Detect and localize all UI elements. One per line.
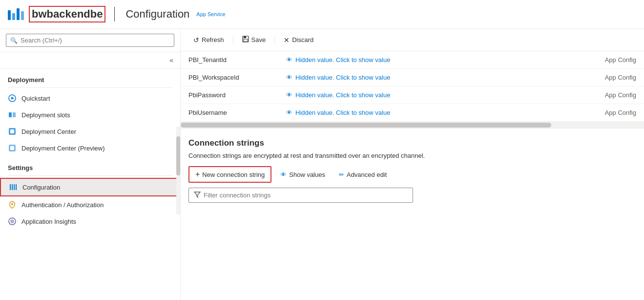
deployment-center-label: Deployment Center — [21, 128, 76, 135]
logo-bar-2 — [12, 13, 15, 20]
discard-icon: ✕ — [284, 36, 290, 44]
sidebar-item-configuration[interactable]: Configuration — [0, 178, 180, 196]
config-name-pbi-tenantid: PBI_TenantId — [188, 56, 286, 64]
table-row: PbiPassword 👁 Hidden value. Click to sho… — [181, 86, 644, 104]
filter-icon — [194, 191, 201, 199]
sidebar-item-quickstart[interactable]: Quickstart — [0, 90, 180, 107]
config-value-pbi-tenantid: 👁 Hidden value. Click to show value — [286, 56, 587, 64]
new-connection-string-label: New connection string — [202, 171, 265, 178]
toolbar-separator-1 — [233, 35, 233, 45]
refresh-icon: ↺ — [193, 36, 199, 44]
advanced-edit-label: Advanced edit — [347, 171, 387, 178]
content-area: ↺ Refresh Save ✕ Discard PBI_TenantId — [181, 29, 644, 300]
hidden-value-link-3[interactable]: Hidden value. Click to show value — [295, 109, 390, 116]
logo-bar-3 — [17, 8, 20, 20]
main-toolbar: ↺ Refresh Save ✕ Discard — [181, 29, 644, 51]
svg-rect-5 — [10, 129, 14, 133]
sidebar-scroll-thumb — [176, 136, 180, 175]
config-name-pbipassword: PbiPassword — [188, 91, 286, 99]
sidebar-item-auth-authorization[interactable]: Authentication / Authorization — [0, 196, 180, 213]
sidebar-item-deployment-center[interactable]: Deployment Center — [0, 123, 180, 140]
app-service-label: App Service — [196, 11, 225, 17]
auth-icon — [8, 200, 17, 209]
svg-rect-3 — [13, 112, 16, 117]
show-values-label: Show values — [289, 171, 325, 178]
section-divider-2 — [8, 175, 172, 176]
svg-marker-18 — [194, 192, 200, 197]
config-value-pbipassword: 👁 Hidden value. Click to show value — [286, 91, 587, 99]
connection-strings-title: Connection strings — [188, 138, 636, 148]
svg-point-14 — [10, 219, 14, 223]
sidebar-item-deployment-center-preview[interactable]: Deployment Center (Preview) — [0, 140, 180, 156]
connection-strings-description: Connection strings are encrypted at rest… — [188, 152, 636, 159]
eye-icon-2: 👁 — [286, 91, 292, 99]
svg-rect-17 — [244, 39, 248, 42]
sidebar-content: Deployment Quickstart Deployment slots D… — [0, 68, 180, 300]
svg-rect-10 — [14, 184, 15, 190]
refresh-button[interactable]: ↺ Refresh — [188, 33, 229, 47]
deployment-center-preview-icon — [8, 144, 17, 152]
show-values-eye-icon: 👁 — [280, 171, 287, 178]
application-insights-label: Application Insights — [21, 218, 76, 225]
svg-marker-1 — [11, 97, 14, 100]
horizontal-scrollbar[interactable] — [181, 122, 644, 129]
config-source-pbi-workspaceid: App Config — [587, 74, 636, 81]
section-divider-1 — [8, 87, 172, 88]
eye-icon-3: 👁 — [286, 109, 292, 116]
config-source-pbipassword: App Config — [587, 91, 636, 99]
logo-bar-4 — [21, 11, 24, 20]
deployment-slots-icon — [8, 110, 17, 119]
toolbar-separator-2 — [274, 35, 275, 45]
eye-icon-0: 👁 — [286, 56, 292, 64]
filter-connection-strings-wrap[interactable] — [188, 188, 413, 203]
svg-point-12 — [11, 203, 13, 205]
advanced-edit-button[interactable]: ✏ Advanced edit — [334, 168, 392, 181]
pencil-icon: ✏ — [339, 171, 344, 178]
sidebar-item-deployment-slots[interactable]: Deployment slots — [0, 107, 180, 123]
deployment-section-title: Deployment — [0, 72, 180, 86]
table-row: PBI_WorkspaceId 👁 Hidden value. Click to… — [181, 69, 644, 86]
app-name: bwbackendbe — [29, 6, 105, 22]
hidden-value-link-2[interactable]: Hidden value. Click to show value — [295, 91, 390, 99]
auth-authorization-label: Authentication / Authorization — [21, 201, 104, 209]
search-input[interactable] — [21, 37, 170, 44]
config-name-pbiusername: PbiUsername — [188, 109, 286, 116]
svg-rect-11 — [16, 184, 17, 190]
save-icon — [242, 36, 249, 44]
hidden-value-link-1[interactable]: Hidden value. Click to show value — [295, 74, 390, 81]
configuration-label: Configuration — [22, 184, 60, 191]
svg-rect-16 — [244, 36, 246, 38]
config-source-pbiusername: App Config — [587, 109, 636, 116]
table-row: PbiUsername 👁 Hidden value. Click to sho… — [181, 104, 644, 122]
show-values-button[interactable]: 👁 Show values — [275, 168, 330, 181]
discard-button[interactable]: ✕ Discard — [279, 33, 318, 47]
h-scroll-thumb — [181, 123, 551, 128]
plus-icon: + — [195, 170, 200, 179]
save-label: Save — [251, 36, 266, 43]
save-button[interactable]: Save — [237, 33, 271, 47]
content-body: PBI_TenantId 👁 Hidden value. Click to sh… — [181, 51, 644, 300]
deployment-center-preview-label: Deployment Center (Preview) — [21, 145, 105, 152]
svg-rect-9 — [12, 184, 13, 190]
config-value-pbiusername: 👁 Hidden value. Click to show value — [286, 109, 587, 116]
new-connection-string-button[interactable]: + New connection string — [188, 166, 271, 183]
sidebar-item-application-insights[interactable]: Application Insights — [0, 213, 180, 230]
collapse-button[interactable]: « — [166, 54, 176, 66]
sidebar-scrollbar[interactable] — [176, 127, 180, 214]
header-divider — [114, 7, 115, 21]
svg-rect-7 — [10, 146, 14, 150]
sidebar: 🔍 « Deployment Quickstart Deployment slo… — [0, 29, 181, 300]
config-name-pbi-workspaceid: PBI_WorkspaceId — [188, 74, 286, 81]
settings-section-title: Settings — [0, 160, 180, 173]
svg-rect-8 — [10, 184, 11, 190]
application-insights-icon — [8, 217, 17, 226]
quickstart-icon — [8, 94, 17, 103]
refresh-label: Refresh — [202, 36, 224, 43]
config-value-pbi-workspaceid: 👁 Hidden value. Click to show value — [286, 74, 587, 81]
search-input-wrap[interactable]: 🔍 — [6, 34, 174, 47]
header: bwbackendbe Configuration App Service — [0, 0, 644, 29]
main-layout: 🔍 « Deployment Quickstart Deployment slo… — [0, 29, 644, 300]
logo-bar-1 — [8, 10, 11, 20]
filter-connection-strings-input[interactable] — [204, 192, 408, 199]
hidden-value-link-0[interactable]: Hidden value. Click to show value — [295, 56, 390, 64]
